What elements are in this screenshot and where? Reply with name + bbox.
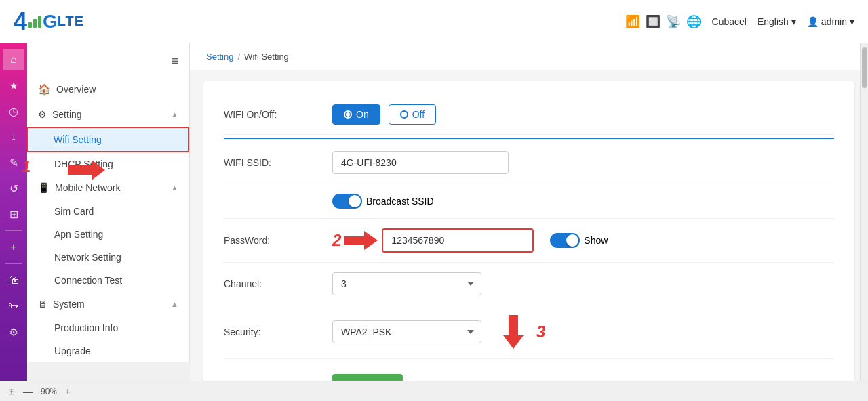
submit-button[interactable]: Submit: [332, 374, 403, 381]
sidebar-item-network-setting[interactable]: Network Setting: [27, 246, 189, 269]
show-toggle[interactable]: [550, 233, 580, 248]
sim-status-icon: 🔲: [646, 14, 660, 29]
status-icons: 📶 🔲 📡 🌐: [625, 14, 701, 29]
channel-row: Channel: 3 1 2 4 5 6: [224, 263, 834, 305]
wifi-ssid-label: WIFI SSID:: [224, 157, 332, 168]
wifi-status-icon: 📶: [625, 14, 640, 29]
sidebar-item-production-info[interactable]: Production Info: [27, 316, 189, 339]
sidebar-section-mobile-network: 📱 Mobile Network ▲ Sim Card Apn Setting …: [27, 175, 189, 292]
broadcast-toggle-wrapper: Broadcast SSID: [332, 194, 434, 209]
scrollbar[interactable]: [860, 43, 868, 381]
user-dropdown-icon: ▾: [850, 16, 854, 27]
user-menu[interactable]: 👤 admin ▾: [807, 16, 854, 27]
wifi-ssid-controls: [332, 151, 834, 174]
sidebar-item-wifi-setting[interactable]: Wifi Setting: [27, 127, 189, 152]
breadcrumb-current: Wifi Setting: [244, 51, 289, 62]
channel-label: Channel:: [224, 278, 332, 289]
globe-status-icon: 🌐: [686, 14, 701, 29]
wifi-ssid-input[interactable]: [332, 151, 509, 174]
annotation-num-3: 3: [536, 322, 545, 341]
sidebar-icon-key[interactable]: 🗝: [3, 295, 24, 317]
wifi-off-radio-dot: [400, 110, 408, 119]
sidebar-icon-star[interactable]: ★: [3, 75, 24, 96]
annotation-arrow-2-svg: [344, 231, 378, 250]
language-selector[interactable]: English ▾: [757, 16, 796, 27]
svg-marker-2: [503, 315, 524, 349]
broadcast-toggle-thumb: [349, 195, 361, 207]
setting-expand-icon: ▲: [171, 110, 178, 119]
svg-marker-1: [344, 231, 378, 250]
logo-g: G: [43, 11, 58, 33]
bottom-apps-icon[interactable]: ⊞: [8, 387, 15, 396]
wifi-off-button[interactable]: Off: [389, 104, 436, 125]
wifi-onoff-controls: On Off: [332, 104, 834, 125]
wifi-onoff-label: WIFI On/Off:: [224, 109, 332, 120]
overview-icon: 🏠: [38, 83, 51, 96]
topbar-left: 4 G LTE: [14, 9, 84, 34]
logo-signal: [28, 16, 41, 28]
sidebar-item-dhcp-setting[interactable]: DHCP Setting: [27, 152, 189, 175]
security-controls: WPA2_PSK WPA_PSK WEP None 3: [332, 315, 834, 349]
sidebar-item-system[interactable]: 🖥 System ▲: [27, 292, 189, 316]
wifi-on-radio-dot: [344, 110, 352, 119]
password-controls: 2 Show: [332, 228, 834, 253]
topbar-right: 📶 🔲 📡 🌐 Cubacel English ▾ 👤 admin ▾: [625, 14, 854, 29]
sidebar-icon-download[interactable]: ↓: [3, 126, 24, 148]
password-input[interactable]: [383, 230, 532, 251]
sidebar-icon-apps[interactable]: ⊞: [3, 203, 24, 225]
mobile-network-icon: 📱: [38, 182, 50, 193]
security-select[interactable]: WPA2_PSK WPA_PSK WEP None: [332, 320, 481, 343]
logo-lte: LTE: [58, 14, 84, 29]
sidebar-item-upgrade[interactable]: Upgrade: [27, 339, 189, 362]
channel-select[interactable]: 3 1 2 4 5 6: [332, 272, 481, 295]
mobile-network-expand-icon: ▲: [171, 184, 178, 192]
wifi-on-button[interactable]: On: [332, 104, 380, 125]
breadcrumb-setting[interactable]: Setting: [206, 51, 233, 62]
annotation-3-wrapper: 3: [503, 315, 545, 349]
zoom-level: 90%: [41, 387, 57, 396]
signal-status-icon: 📡: [666, 14, 681, 29]
sidebar-item-overview[interactable]: 🏠 Overview: [27, 77, 189, 102]
sidebar-icon-add[interactable]: +: [3, 236, 24, 258]
annotation-arrow-3-svg: [503, 315, 534, 349]
broadcast-ssid-controls: Broadcast SSID: [332, 194, 834, 209]
form-divider: [224, 138, 834, 139]
sidebar-icon-edit[interactable]: ✎: [3, 152, 24, 173]
wifi-onoff-row: WIFI On/Off: On Off: [224, 95, 834, 135]
sidebar-icon-refresh[interactable]: ↺: [3, 177, 24, 199]
password-row: PassWord: 2: [224, 219, 834, 263]
zoom-out-button[interactable]: —: [20, 386, 35, 397]
logo: 4 G LTE: [14, 9, 84, 34]
signal-bar-3: [38, 16, 41, 28]
sidebar-icon-shop[interactable]: 🛍: [3, 270, 24, 291]
sidebar-icon-clock[interactable]: ◷: [3, 100, 24, 122]
nav-sidebar: ≡ 🏠 Overview ⚙ Setting ▲ Wifi Setting DH: [27, 43, 190, 362]
security-label: Security:: [224, 326, 332, 337]
breadcrumb: Setting / Wifi Setting: [190, 43, 868, 70]
sidebar-item-mobile-network[interactable]: 📱 Mobile Network ▲: [27, 175, 189, 200]
sidebar-section-setting: ⚙ Setting ▲ Wifi Setting DHCP Setting: [27, 102, 189, 175]
topbar: 4 G LTE 📶 🔲 📡 🌐 Cubacel English ▾ 👤 admi…: [0, 0, 868, 43]
show-label: Show: [584, 235, 608, 246]
annotation-2-wrapper: 2: [332, 231, 380, 250]
hamburger-menu[interactable]: ≡: [27, 49, 189, 77]
signal-bar-1: [28, 22, 32, 28]
sidebar-item-connection-test[interactable]: Connection Test: [27, 269, 189, 292]
system-icon: 🖥: [38, 299, 47, 310]
sidebar-item-apn-setting[interactable]: Apn Setting: [27, 223, 189, 246]
broadcast-ssid-label: Broadcast SSID: [366, 196, 434, 207]
system-expand-icon: ▲: [171, 300, 178, 308]
sidebar-icon-home[interactable]: ⌂: [3, 49, 24, 70]
broadcast-toggle[interactable]: [332, 194, 362, 209]
sidebar-item-sim-card[interactable]: Sim Card: [27, 200, 189, 223]
sidebar-icon-settings[interactable]: ⚙: [3, 321, 24, 343]
content-area: Setting / Wifi Setting WIFI On/Off: On O…: [190, 43, 868, 381]
zoom-in-button[interactable]: +: [62, 386, 73, 397]
annotation-num-2: 2: [332, 231, 341, 250]
setting-icon: ⚙: [38, 109, 47, 120]
sidebar-item-setting[interactable]: ⚙ Setting ▲: [27, 102, 189, 127]
submit-row: Submit: [224, 364, 834, 381]
network-name: Cubacel: [712, 16, 747, 27]
lang-dropdown-icon: ▾: [791, 16, 796, 27]
sidebar-section-system: 🖥 System ▲ Production Info Upgrade: [27, 292, 189, 362]
